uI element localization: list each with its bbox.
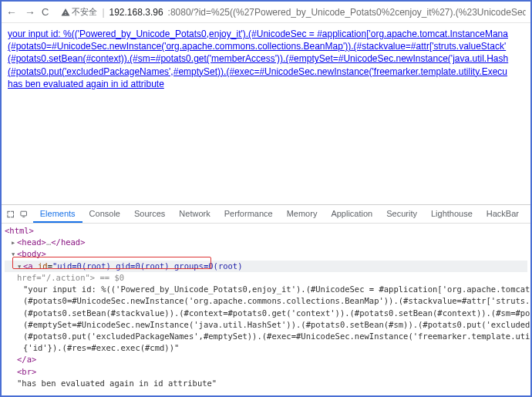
page-line: (#potats0.setBean(#context)).(#sm=#potat… — [8, 53, 508, 64]
page-line: (#potats0=#UnicodeSec.newInstance('org.a… — [8, 41, 506, 52]
page-line: has ben evaluated again in id attribute — [8, 79, 164, 89]
forward-button[interactable]: → — [25, 6, 35, 19]
svg-rect-0 — [21, 211, 27, 216]
dom-node[interactable]: <br> — [5, 366, 527, 378]
dom-node[interactable]: ▾<body> — [5, 248, 527, 260]
dom-text[interactable]: {'id'}).(#res=#exec.exec(#cmd))" — [5, 342, 527, 354]
devtools-tabbar: Elements Console Sources Network Perform… — [2, 205, 530, 224]
reload-button[interactable]: C — [42, 6, 49, 18]
dom-node[interactable]: href="/.action"> == $0 — [5, 272, 527, 284]
tab-console[interactable]: Console — [82, 205, 127, 223]
dom-text[interactable]: "has ben evaluated again in id attribute… — [5, 378, 527, 389]
page-link[interactable]: your input id: %(('Powered_by_Unicode_Po… — [8, 29, 508, 89]
tab-sources[interactable]: Sources — [127, 205, 172, 223]
device-icon[interactable] — [19, 209, 28, 220]
dom-node-selected[interactable]: ▾<a id="uid=0(root) gid=0(root) groups=0… — [5, 261, 527, 272]
tab-lighthouse[interactable]: Lighthouse — [424, 205, 480, 223]
svg-rect-1 — [23, 217, 25, 217]
dom-text[interactable]: (#potats0.setBean(#stackvalue)).(#contex… — [5, 308, 527, 319]
dom-node[interactable]: <html> — [5, 225, 527, 237]
address-bar[interactable]: 不安全 | 192.168.3.96:8080/?id=%25((%27Powe… — [55, 4, 526, 21]
dom-text[interactable]: "your input id: %(('Powered_by_Unicode_P… — [5, 284, 527, 295]
url-path: :8080/?id=%25((%27Powered_by_Unicode_Pot… — [168, 7, 526, 18]
insecure-label: 不安全 — [72, 6, 97, 18]
separator: | — [102, 7, 104, 18]
tab-network[interactable]: Network — [172, 205, 217, 223]
devtools-tabs: Elements Console Sources Network Perform… — [33, 205, 526, 223]
devtools-panel: Elements Console Sources Network Perform… — [2, 204, 530, 395]
dom-text[interactable]: (#potats0.put('excludedPackageNames',#em… — [5, 331, 527, 342]
dom-node[interactable]: </a> — [5, 354, 527, 365]
url-host: 192.168.3.96 — [109, 7, 163, 18]
page-line: your input id: %(('Powered_by_Unicode_Po… — [8, 29, 508, 39]
dom-text[interactable]: (#potats0=#UnicodeSec.newInstance('org.a… — [5, 295, 527, 307]
inspect-icon[interactable] — [6, 209, 15, 220]
browser-toolbar: ← → C 不安全 | 192.168.3.96:8080/?id=%25((%… — [2, 2, 530, 23]
elements-tree[interactable]: <html> ▸<head>…</head> ▾<body> ▾<a id="u… — [2, 224, 530, 395]
back-button[interactable]: ← — [6, 6, 17, 19]
page-content: your input id: %(('Powered_by_Unicode_Po… — [2, 23, 530, 90]
tab-application[interactable]: Application — [324, 205, 379, 223]
page-line: (#potats0.put('excludedPackageNames',#em… — [8, 66, 507, 77]
tab-memory[interactable]: Memory — [280, 205, 325, 223]
tab-hackbar[interactable]: HackBar — [480, 205, 526, 223]
tab-elements[interactable]: Elements — [33, 205, 82, 223]
warning-icon — [61, 8, 70, 17]
dom-node[interactable]: ▸<head>…</head> — [5, 237, 527, 248]
dom-text[interactable]: … — [5, 389, 527, 395]
tab-security[interactable]: Security — [379, 205, 424, 223]
insecure-badge: 不安全 — [61, 6, 97, 18]
tab-performance[interactable]: Performance — [217, 205, 280, 223]
dom-text[interactable]: (#emptySet=#UnicodeSec.newInstance('java… — [5, 319, 527, 331]
